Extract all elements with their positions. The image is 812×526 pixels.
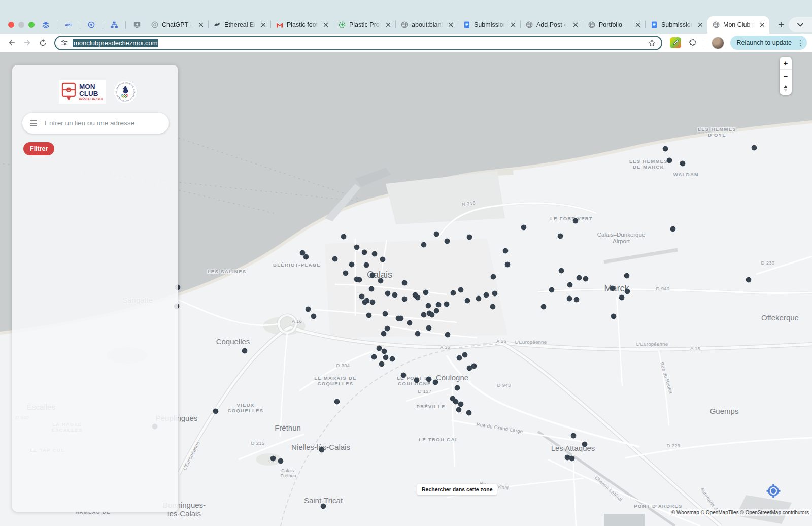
pinned-tab[interactable] [85, 19, 97, 31]
pinned-tab[interactable]: API [62, 19, 75, 31]
club-marker[interactable] [573, 218, 579, 224]
tab-close-button[interactable] [634, 21, 641, 29]
club-marker[interactable] [382, 349, 387, 354]
club-marker[interactable] [521, 225, 527, 231]
club-marker[interactable] [380, 257, 386, 262]
search-input[interactable] [44, 119, 162, 127]
club-marker[interactable] [421, 312, 427, 318]
club-marker[interactable] [567, 282, 573, 288]
club-marker[interactable] [571, 433, 577, 439]
club-marker[interactable] [476, 296, 482, 302]
club-marker[interactable] [490, 304, 496, 310]
club-marker[interactable] [569, 456, 575, 462]
browser-tab[interactable]: Add Post ‹ — [521, 16, 583, 34]
club-marker[interactable] [372, 251, 378, 257]
url-text[interactable]: monclubpresdechezmoi.com [73, 39, 158, 47]
club-marker[interactable] [471, 364, 477, 369]
club-marker[interactable] [332, 256, 338, 262]
club-marker[interactable] [458, 402, 464, 407]
club-marker[interactable] [565, 455, 570, 461]
club-marker[interactable] [625, 289, 630, 294]
club-marker[interactable] [458, 287, 464, 293]
pinned-tab[interactable] [108, 19, 120, 31]
browser-tab[interactable]: ChatGPT - Gr [146, 16, 208, 34]
filter-button[interactable]: Filtrer [23, 142, 54, 155]
club-marker[interactable] [426, 325, 432, 331]
close-window-button[interactable] [8, 22, 14, 28]
reload-button[interactable] [36, 36, 50, 50]
zoom-in-button[interactable]: + [780, 57, 792, 69]
back-button[interactable] [4, 36, 19, 50]
club-marker[interactable] [379, 361, 385, 367]
club-marker[interactable] [370, 300, 376, 305]
map-canvas[interactable]: LES HEMMESD'OYELES HEMMESDE MARCKWALDAML… [0, 52, 812, 526]
menu-icon[interactable] [29, 120, 38, 127]
club-marker[interactable] [492, 291, 498, 297]
club-marker[interactable] [503, 248, 509, 254]
club-marker[interactable] [455, 385, 460, 391]
club-marker[interactable] [321, 504, 326, 509]
club-marker[interactable] [451, 290, 456, 296]
address-bar[interactable]: monclubpresdechezmoi.com [54, 36, 662, 50]
tab-close-button[interactable] [696, 21, 704, 29]
club-marker[interactable] [667, 158, 672, 163]
browser-tab[interactable]: Mon Club prè [707, 16, 769, 34]
browser-tab[interactable]: Ethereal Emai [209, 16, 270, 34]
club-marker[interactable] [465, 298, 470, 304]
club-marker[interactable] [407, 320, 413, 326]
club-marker[interactable] [433, 380, 438, 385]
location-search-box[interactable] [22, 113, 169, 134]
club-marker[interactable] [624, 273, 630, 279]
tab-close-button[interactable] [758, 21, 766, 29]
relaunch-update-button[interactable]: Relaunch to update ⋮ [730, 36, 807, 50]
club-marker[interactable] [402, 280, 408, 286]
club-marker[interactable] [242, 348, 248, 354]
club-marker[interactable] [752, 145, 757, 151]
club-marker[interactable] [484, 292, 489, 298]
club-marker[interactable] [456, 407, 462, 413]
tab-close-button[interactable] [509, 21, 517, 29]
club-marker[interactable] [383, 355, 389, 360]
club-marker[interactable] [378, 278, 384, 284]
club-marker[interactable] [319, 447, 325, 453]
club-marker[interactable] [334, 399, 340, 405]
club-marker[interactable] [444, 302, 450, 307]
club-marker[interactable] [577, 275, 582, 281]
club-marker[interactable] [364, 262, 369, 268]
club-marker[interactable] [611, 314, 617, 319]
club-marker[interactable] [362, 300, 368, 305]
club-marker[interactable] [445, 239, 450, 244]
club-marker[interactable] [505, 262, 511, 268]
club-marker[interactable] [462, 352, 468, 358]
club-marker[interactable] [619, 295, 625, 301]
club-marker[interactable] [434, 232, 439, 237]
club-marker[interactable] [401, 373, 407, 378]
tab-close-button[interactable] [197, 21, 205, 29]
club-marker[interactable] [610, 286, 616, 291]
club-marker[interactable] [466, 410, 472, 416]
club-marker[interactable] [392, 292, 398, 298]
zoom-window-button[interactable] [28, 22, 35, 28]
club-marker[interactable] [558, 234, 563, 239]
tab-close-button[interactable] [571, 21, 579, 29]
new-tab-button[interactable]: + [773, 17, 789, 32]
club-marker[interactable] [402, 297, 408, 302]
club-marker[interactable] [359, 294, 365, 300]
tab-close-button[interactable] [322, 21, 329, 29]
club-marker[interactable] [559, 268, 564, 274]
club-marker[interactable] [541, 304, 547, 310]
club-marker[interactable] [582, 442, 588, 447]
club-marker[interactable] [357, 277, 362, 283]
club-marker[interactable] [385, 326, 390, 332]
locate-me-button[interactable] [766, 483, 781, 499]
club-marker[interactable] [467, 235, 472, 240]
club-marker[interactable] [574, 297, 580, 303]
club-marker[interactable] [670, 226, 676, 232]
pinned-tab[interactable] [131, 19, 143, 31]
club-marker[interactable] [421, 242, 427, 248]
extensions-button[interactable] [686, 36, 699, 49]
club-marker[interactable] [415, 331, 421, 337]
club-marker[interactable] [457, 355, 462, 361]
club-marker[interactable] [429, 312, 435, 318]
browser-tab[interactable]: Plastic Profile [333, 16, 395, 34]
